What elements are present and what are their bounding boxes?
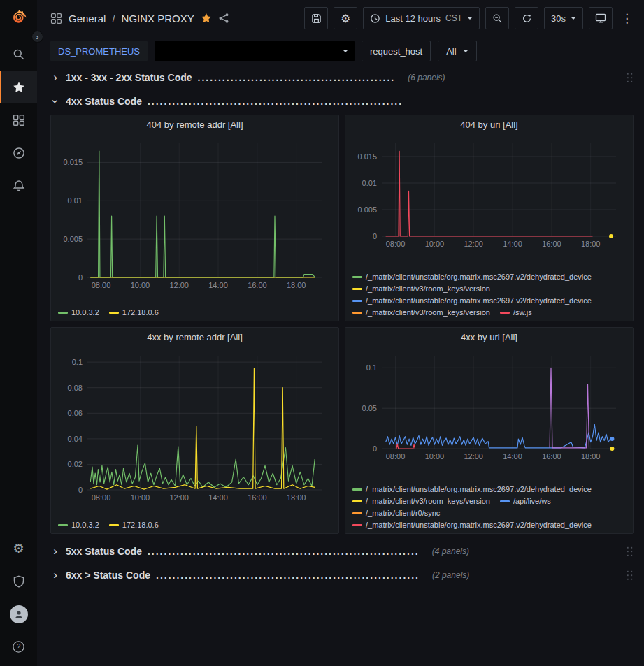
legend-label: /_matrix/client/unstable/org.matrix.msc2… [366,295,592,306]
request-host-value: All [446,46,456,57]
panel-body: 00.0050.010.01508:0010:0012:0014:0016:00… [345,135,633,321]
svg-text:16:00: 16:00 [542,240,561,248]
svg-text:12:00: 12:00 [464,452,483,461]
sidebar-item-help[interactable]: ? [0,630,37,663]
sidebar-item-alerting[interactable] [0,169,37,202]
row-header-5xx[interactable]: › 5xx Status Code ......................… [50,541,634,562]
save-dashboard-button[interactable] [304,7,328,29]
chart-404-by-uri[interactable]: 00.0050.010.01508:0010:0012:0014:0016:00… [351,135,627,250]
sidebar-expand-button[interactable]: › [31,31,43,43]
sidebar-item-explore[interactable] [0,136,37,169]
legend-item[interactable]: 10.0.3.2 [58,307,99,318]
panel-title[interactable]: 404 by remote addr [All] [51,115,338,135]
grafana-logo[interactable] [0,0,37,38]
legend-item[interactable]: /_matrix/client/r0/sync [352,507,440,519]
svg-text:?: ? [17,643,21,651]
legend-item[interactable]: /_matrix/client/v3/room_keys/version [352,307,490,318]
breadcrumb-folder[interactable]: General [69,13,106,24]
legend-swatch [352,488,362,491]
svg-text:0: 0 [78,273,83,282]
sidebar-item-dashboards[interactable] [0,103,37,136]
chevron-right-icon: › [50,546,60,556]
row-header-4xx[interactable]: › 4xx Status Code ......................… [50,91,634,112]
row-header-6xx[interactable]: › 6xx > Status Code ....................… [50,565,634,586]
dashboard-settings-button[interactable]: ⚙ [334,7,357,29]
refresh-button[interactable] [515,7,538,29]
svg-text:18:00: 18:00 [581,452,601,461]
panel-body: 00.0050.010.01508:0010:0012:0014:0016:00… [51,135,338,321]
template-variables-row: DS_PROMETHEUS request_host All [37,36,644,66]
legend-item[interactable]: /api/live/ws [500,495,551,507]
row-dots: ........................................… [148,546,420,557]
svg-text:14:00: 14:00 [503,452,522,461]
star-icon [13,81,25,94]
legend-swatch [500,312,510,314]
sidebar-item-starred[interactable] [0,71,37,103]
gear-icon: ⚙ [341,12,350,25]
chevron-right-icon: › [50,570,60,580]
sidebar-bottom-nav: ⚙ [0,532,37,666]
chevron-right-icon: › [50,73,60,82]
request-host-label[interactable]: request_host [362,41,431,61]
svg-text:0.08: 0.08 [68,384,83,392]
monitor-icon [595,13,606,24]
svg-text:0.1: 0.1 [366,363,377,372]
shield-icon [13,575,25,588]
legend-item[interactable]: 172.18.0.6 [109,307,159,318]
sidebar-top-nav [0,38,37,202]
legend-item[interactable]: /_matrix/client/unstable/org.matrix.msc2… [352,271,592,282]
clock-icon [370,13,380,24]
legend-item[interactable]: /_matrix/client/unstable/org.matrix.msc2… [352,295,592,306]
legend-item[interactable]: /_matrix/client/v3/room_keys/version [352,283,490,294]
share-icon[interactable] [218,13,229,24]
datasource-select[interactable] [155,41,355,61]
chart-legend: /_matrix/client/unstable/org.matrix.msc2… [351,482,627,532]
zoom-out-button[interactable] [485,7,509,29]
more-options-button[interactable]: ⋮ [618,11,636,26]
time-range-picker[interactable]: Last 12 hours CST [363,7,480,29]
request-host-select[interactable]: All [438,41,476,61]
row-dots: ........................................… [148,96,403,107]
sidebar-item-search[interactable] [0,38,37,71]
legend-label: 10.0.3.2 [71,519,99,530]
legend-label: /_matrix/client/v3/room_keys/version [366,307,490,318]
row-title: 6xx > Status Code [66,570,150,581]
legend-swatch [109,312,119,314]
legend-item[interactable]: /_matrix/client/unstable/org.matrix.msc2… [352,519,592,530]
tv-mode-button[interactable] [589,7,613,29]
legend-item[interactable]: /_matrix/client/unstable/org.matrix.msc2… [352,484,592,495]
datasource-label[interactable]: DS_PROMETHEUS [50,41,148,61]
svg-text:12:00: 12:00 [169,281,189,289]
legend-item[interactable]: 172.18.0.6 [109,519,159,530]
legend-item[interactable]: /sw.js [500,307,532,318]
svg-text:16:00: 16:00 [542,452,561,461]
legend-swatch [352,512,362,514]
topbar: General / NGINX PROXY [37,0,644,36]
legend-item[interactable]: /_matrix/client/v3/room_keys/version [352,495,490,507]
chart-4xx-by-remote-addr[interactable]: 00.020.040.060.080.108:0010:0012:0014:00… [57,347,333,504]
sidebar: ⚙ [0,0,37,666]
legend-label: /_matrix/client/r0/sync [366,507,440,519]
row-drag-handle[interactable] [626,72,634,84]
panel-title[interactable]: 4xx by remote addr [All] [51,328,338,347]
panel-title[interactable]: 4xx by uri [All] [345,328,633,347]
row-header-1xx-3xx-2xx[interactable]: › 1xx - 3xx - 2xx Status Code ..........… [50,67,634,88]
refresh-interval-picker[interactable]: 30s [544,7,583,29]
svg-text:12:00: 12:00 [169,493,189,502]
row-drag-handle[interactable] [626,546,634,558]
svg-text:18:00: 18:00 [287,281,306,289]
panel-body: 00.020.040.060.080.108:0010:0012:0014:00… [51,347,338,533]
chart-4xx-by-uri[interactable]: 00.050.108:0010:0012:0014:0016:0018:00 [351,347,627,463]
sidebar-item-settings[interactable]: ⚙ [0,532,37,565]
sidebar-item-profile[interactable] [0,598,37,630]
svg-text:0.015: 0.015 [63,158,83,166]
chart-legend: /_matrix/client/unstable/org.matrix.msc2… [351,269,627,319]
help-icon: ? [12,640,25,653]
svg-text:16:00: 16:00 [248,281,267,289]
legend-item[interactable]: 10.0.3.2 [58,519,99,530]
row-drag-handle[interactable] [626,570,634,581]
panel-title[interactable]: 404 by uri [All] [345,115,633,135]
chart-404-by-remote-addr[interactable]: 00.0050.010.01508:0010:0012:0014:0016:00… [57,135,333,291]
favorite-star-icon[interactable] [201,13,212,24]
sidebar-item-server-admin[interactable] [0,565,37,598]
